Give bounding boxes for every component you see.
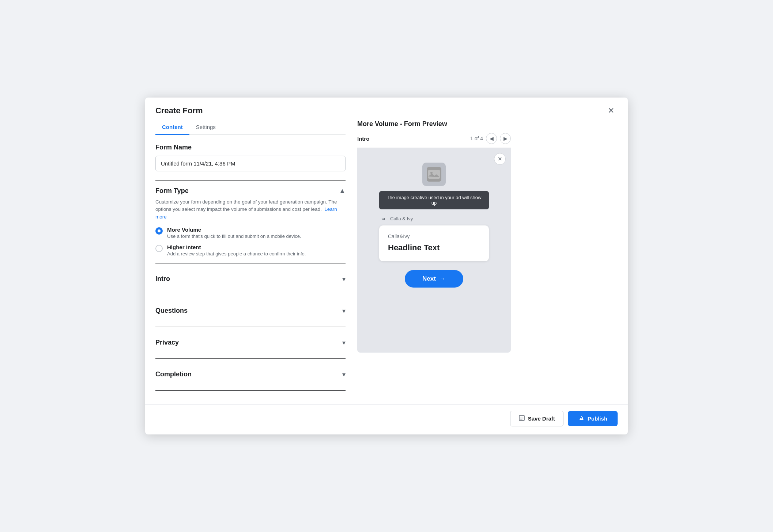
page-indicator: 1 of 4 xyxy=(470,136,483,141)
divider-6 xyxy=(155,390,346,391)
divider-4 xyxy=(155,327,346,327)
next-page-button[interactable]: ▶ xyxy=(500,133,511,144)
radio-higher-intent-circle xyxy=(155,245,163,252)
form-name-input[interactable] xyxy=(155,156,346,171)
form-type-description: Customize your form depending on the goa… xyxy=(155,198,346,221)
divider-3 xyxy=(155,295,346,295)
publish-icon xyxy=(578,415,585,422)
card-brand-name: Calla&Ivy xyxy=(388,233,480,239)
draft-icon xyxy=(519,415,525,422)
more-volume-title: More Volume xyxy=(167,227,301,233)
preview-next-button[interactable]: Next → xyxy=(405,270,463,288)
preview-nav-label: Intro xyxy=(357,136,369,142)
more-volume-desc: Use a form that's quick to fill out and … xyxy=(167,233,301,239)
brand-row: CI Calla & Ivy xyxy=(379,214,489,223)
publish-button[interactable]: Publish xyxy=(568,411,618,426)
divider-1 xyxy=(155,180,346,180)
intro-label: Intro xyxy=(155,275,170,283)
tabs: Content Settings xyxy=(155,120,346,135)
card-headline: Headline Text xyxy=(388,243,480,252)
right-panel: More Volume - Form Preview Intro 1 of 4 … xyxy=(357,117,511,404)
tab-settings[interactable]: Settings xyxy=(189,120,222,135)
brand-logo: CI xyxy=(379,214,387,223)
higher-intent-title: Higher Intent xyxy=(167,244,306,250)
form-type-chevron: ▲ xyxy=(339,187,346,195)
preview-card: Calla&Ivy Headline Text xyxy=(379,225,489,261)
preview-next-label: Next xyxy=(422,275,436,282)
form-type-header[interactable]: Form Type ▲ xyxy=(155,187,346,195)
divider-5 xyxy=(155,358,346,359)
left-panel: Content Settings Form Name Form Type ▲ C… xyxy=(155,117,346,404)
privacy-label: Privacy xyxy=(155,339,179,346)
radio-more-volume-circle xyxy=(155,227,163,235)
questions-label: Questions xyxy=(155,307,188,315)
section-privacy[interactable]: Privacy ▾ xyxy=(155,334,346,352)
divider-2 xyxy=(155,263,346,263)
form-type-radio-group: More Volume Use a form that's quick to f… xyxy=(155,227,346,256)
radio-higher-intent[interactable]: Higher Intent Add a review step that giv… xyxy=(155,244,346,256)
chevron-left-icon: ◀ xyxy=(490,136,494,141)
save-draft-button[interactable]: Save Draft xyxy=(510,411,563,426)
svg-rect-1 xyxy=(428,170,440,179)
completion-label: Completion xyxy=(155,370,192,378)
close-icon: ✕ xyxy=(608,106,614,115)
preview-title: More Volume - Form Preview xyxy=(357,120,511,128)
save-draft-label: Save Draft xyxy=(528,415,555,422)
radio-more-volume[interactable]: More Volume Use a form that's quick to f… xyxy=(155,227,346,239)
privacy-chevron: ▾ xyxy=(342,339,346,347)
prev-page-button[interactable]: ◀ xyxy=(486,133,497,144)
preview-close-icon: ✕ xyxy=(498,156,502,162)
svg-point-2 xyxy=(430,172,433,174)
preview-close-button[interactable]: ✕ xyxy=(494,153,506,165)
form-name-label: Form Name xyxy=(155,144,346,151)
preview-nav: Intro 1 of 4 ◀ ▶ xyxy=(357,133,511,148)
modal-footer: Save Draft Publish xyxy=(145,404,628,434)
image-icon xyxy=(427,167,441,182)
modal-header: Create Form ✕ xyxy=(145,98,628,117)
close-button[interactable]: ✕ xyxy=(604,104,618,117)
form-type-label: Form Type xyxy=(155,187,189,195)
preview-tooltip: The image creative used in your ad will … xyxy=(379,191,489,209)
form-name-section: Form Name xyxy=(155,144,346,174)
section-completion[interactable]: Completion ▾ xyxy=(155,365,346,384)
preview-frame: ✕ The image creative used in your ad wil… xyxy=(357,148,511,353)
chevron-right-icon: ▶ xyxy=(504,136,508,141)
section-questions[interactable]: Questions ▾ xyxy=(155,302,346,320)
publish-label: Publish xyxy=(588,415,607,422)
intro-chevron: ▾ xyxy=(342,275,346,283)
svg-text:CI: CI xyxy=(382,217,385,221)
questions-chevron: ▾ xyxy=(342,307,346,315)
arrow-right-icon: → xyxy=(440,275,446,282)
brand-name: Calla & Ivy xyxy=(390,216,413,221)
modal-body: Content Settings Form Name Form Type ▲ C… xyxy=(145,117,628,404)
form-type-section: Form Type ▲ Customize your form dependin… xyxy=(155,187,346,256)
completion-chevron: ▾ xyxy=(342,370,346,379)
create-form-modal: Create Form ✕ Content Settings Form Name… xyxy=(145,98,628,434)
section-intro[interactable]: Intro ▾ xyxy=(155,270,346,288)
tab-content[interactable]: Content xyxy=(155,120,189,135)
modal-title: Create Form xyxy=(155,106,203,115)
preview-image-placeholder xyxy=(422,163,446,186)
higher-intent-desc: Add a review step that gives people a ch… xyxy=(167,251,306,256)
